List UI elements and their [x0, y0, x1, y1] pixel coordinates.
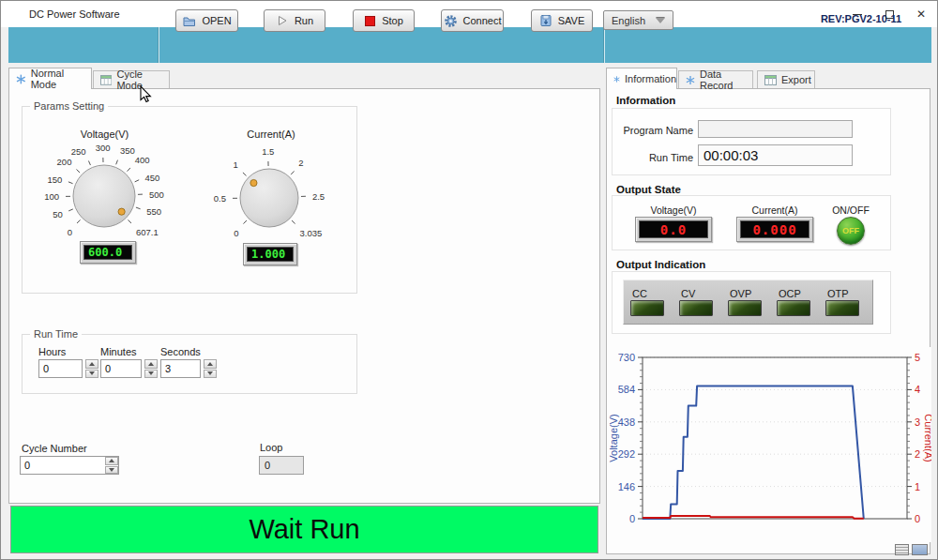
- revision-label: REV:PGV2-10-11: [800, 13, 922, 24]
- svg-text:150: 150: [48, 174, 63, 185]
- current-setpoint-display[interactable]: 1.000: [243, 243, 297, 265]
- run-button[interactable]: Run: [264, 9, 325, 32]
- cycle-decrement-button[interactable]: [105, 466, 118, 475]
- output-chart: 0146292438584730012345Voltage(V)Current(…: [609, 347, 931, 542]
- voltage-knob[interactable]: 050100150200250300350400450500550607.1: [32, 138, 180, 247]
- seconds-increment-button[interactable]: [204, 359, 217, 369]
- hours-increment-button[interactable]: [85, 359, 98, 369]
- connect-button[interactable]: Connect: [441, 9, 504, 32]
- cc-indicator-led: [630, 300, 664, 316]
- onoff-button-state: OFF: [842, 226, 859, 235]
- language-dropdown-value: English: [612, 15, 645, 26]
- cycle-increment-button[interactable]: [105, 457, 118, 465]
- connect-button-label: Connect: [463, 15, 502, 26]
- svg-text:200: 200: [57, 157, 72, 167]
- svg-text:4: 4: [915, 384, 920, 395]
- ovp-indicator-label: OVP: [730, 288, 751, 299]
- svg-text:0.5: 0.5: [214, 193, 226, 204]
- open-folder-icon: [182, 14, 196, 28]
- hours-input[interactable]: [38, 359, 83, 378]
- program-name-label: Program Name: [611, 125, 693, 136]
- minutes-label: Minutes: [100, 346, 137, 357]
- tab-normal-mode[interactable]: Normal Mode: [8, 68, 92, 89]
- svg-text:0: 0: [68, 227, 72, 237]
- svg-text:1.5: 1.5: [262, 146, 274, 157]
- table-icon: [100, 75, 112, 85]
- tab-export-label: Export: [781, 74, 811, 85]
- svg-text:1: 1: [915, 481, 920, 492]
- output-voltage-display: 0.0: [635, 217, 712, 242]
- cv-indicator-led: [679, 300, 713, 316]
- svg-text:146: 146: [618, 481, 635, 492]
- params-setting-label: Params Setting: [30, 100, 108, 112]
- output-current-label: Current(A): [734, 204, 815, 216]
- up-arrow-icon: [207, 362, 213, 366]
- snowflake-icon: [686, 75, 695, 85]
- snowflake-icon: [613, 74, 620, 84]
- toolbar: [8, 27, 931, 63]
- hours-decrement-button[interactable]: [85, 370, 98, 379]
- svg-text:0: 0: [915, 513, 920, 524]
- svg-text:2: 2: [298, 158, 303, 168]
- minutes-input[interactable]: [100, 359, 142, 378]
- run-time-group-label: Run Time: [30, 328, 82, 340]
- loop-label: Loop: [260, 442, 282, 453]
- tab-data-record-label: Data Record: [700, 68, 752, 91]
- tab-export[interactable]: Export: [757, 70, 815, 88]
- open-button[interactable]: OPEN: [175, 9, 238, 32]
- toolbar-divider: [604, 27, 605, 63]
- voltage-setpoint-value: 600.0: [83, 245, 132, 260]
- onoff-button[interactable]: OFF: [837, 217, 865, 245]
- save-disk-icon: [539, 14, 552, 27]
- svg-text:300: 300: [96, 143, 111, 153]
- hours-label: Hours: [38, 346, 66, 357]
- cycle-number-label: Cycle Number: [22, 443, 87, 454]
- stop-button[interactable]: Stop: [353, 9, 415, 32]
- save-button[interactable]: SAVE: [531, 9, 593, 32]
- save-button-label: SAVE: [558, 15, 585, 26]
- svg-text:607.1: 607.1: [136, 227, 159, 237]
- hours-spinner: [85, 359, 98, 378]
- run-button-label: Run: [295, 15, 313, 26]
- up-arrow-icon: [89, 362, 95, 366]
- tab-cycle-mode-label: Cycle Mode: [116, 68, 169, 91]
- snowflake-icon: [16, 74, 26, 84]
- seconds-spinner: [204, 359, 217, 378]
- svg-text:0: 0: [234, 228, 238, 238]
- graph-palette-icon[interactable]: [895, 544, 909, 555]
- svg-text:500: 500: [149, 189, 164, 200]
- run-time-label: Run Time: [611, 152, 693, 163]
- seconds-decrement-button[interactable]: [204, 370, 217, 379]
- minutes-increment-button[interactable]: [144, 359, 158, 369]
- otp-indicator-led: [825, 300, 859, 316]
- current-setpoint-value: 1.000: [247, 247, 294, 262]
- ovp-indicator-led: [728, 300, 762, 316]
- svg-text:550: 550: [146, 206, 161, 217]
- tab-data-record[interactable]: Data Record: [678, 70, 753, 88]
- run-time-display: 00:00:03: [698, 144, 853, 166]
- run-play-icon: [276, 14, 289, 27]
- stop-button-label: Stop: [382, 15, 403, 26]
- status-banner-text: Wait Run: [249, 514, 359, 545]
- program-name-input[interactable]: [698, 120, 853, 138]
- svg-text:292: 292: [618, 448, 635, 460]
- up-arrow-icon: [148, 362, 154, 366]
- tab-normal-mode-label: Normal Mode: [31, 68, 91, 90]
- graph-zoom-icon[interactable]: [912, 544, 928, 555]
- tab-cycle-mode[interactable]: Cycle Mode: [93, 70, 170, 88]
- current-knob-label: Current(A): [201, 129, 341, 140]
- svg-text:100: 100: [44, 191, 59, 202]
- svg-text:584: 584: [618, 384, 635, 395]
- svg-text:2: 2: [915, 448, 920, 460]
- seconds-label: Seconds: [160, 346, 201, 357]
- open-button-label: OPEN: [202, 15, 231, 26]
- seconds-input[interactable]: [160, 359, 201, 378]
- tab-information[interactable]: Information: [606, 68, 677, 89]
- current-knob[interactable]: 00.511.522.53.035: [201, 140, 341, 247]
- minutes-decrement-button[interactable]: [144, 370, 158, 379]
- language-dropdown[interactable]: English: [603, 10, 673, 30]
- voltage-setpoint-display[interactable]: 600.0: [80, 241, 136, 264]
- toolbar-divider: [159, 27, 159, 63]
- cc-indicator-label: CC: [632, 288, 647, 299]
- cv-indicator-label: CV: [681, 288, 695, 299]
